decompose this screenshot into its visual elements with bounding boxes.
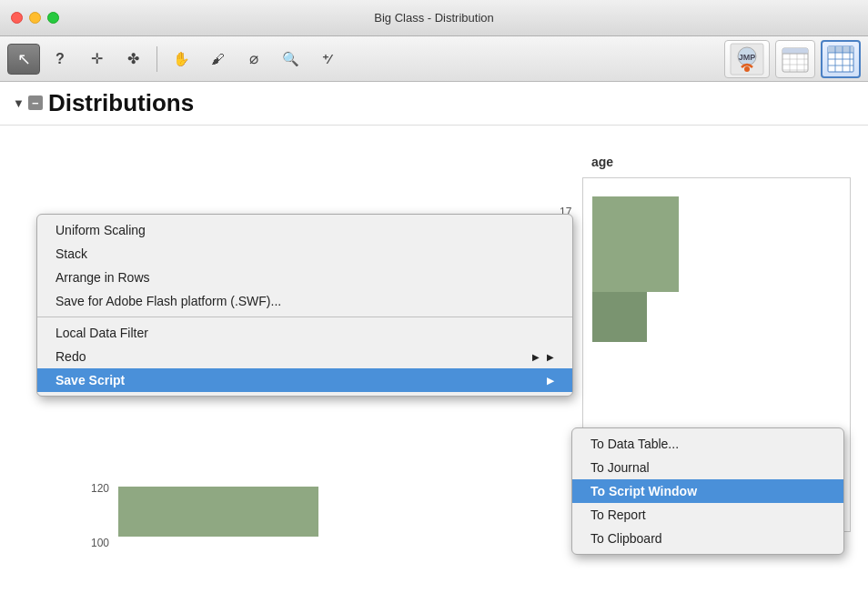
crosshair-tool-button[interactable]: ⁺⁄ — [310, 44, 343, 75]
chart-bar-1 — [592, 196, 679, 292]
submenu-item-to-journal-label: To Journal — [590, 460, 825, 475]
lasso-tool-button[interactable]: ⌀ — [237, 44, 270, 75]
toolbar-right: JMP — [724, 40, 861, 78]
submenu-arrow-redo: ▶ — [532, 352, 540, 362]
y-axis-label-120: 120 — [91, 482, 109, 495]
close-button[interactable] — [11, 12, 23, 24]
chart-bar-lower-1 — [118, 487, 318, 537]
calendar-button[interactable] — [775, 40, 815, 78]
cross-icon: ✛ — [91, 50, 103, 67]
magnifier-icon: 🔍 — [282, 51, 299, 67]
menu-item-save-adobe-label: Save for Adobe Flash platform (.SWF)... — [56, 294, 554, 308]
window-title: Big Class - Distribution — [374, 11, 494, 25]
y-axis-label-100: 100 — [91, 537, 109, 549]
menu-item-uniform-scaling[interactable]: Uniform Scaling — [37, 218, 572, 242]
minus-box-icon[interactable]: − — [28, 95, 43, 110]
table-icon — [826, 45, 855, 74]
save-script-submenu: To Data Table... To Journal To Script Wi… — [571, 427, 844, 555]
toolbar: ↖ ? ✛ ✤ ✋ 🖌 ⌀ 🔍 ⁺⁄ JMP — [0, 36, 868, 82]
toolbar-separator-1 — [156, 46, 157, 72]
svg-rect-5 — [782, 48, 808, 54]
menu-item-arrange-rows-label: Arrange in Rows — [56, 270, 554, 285]
svg-text:JMP: JMP — [739, 53, 756, 62]
menu-item-arrange-rows[interactable]: Arrange in Rows — [37, 266, 572, 289]
hand-tool-button[interactable]: ✋ — [165, 44, 197, 75]
submenu-item-to-clipboard-label: To Clipboard — [590, 531, 825, 546]
chart-bar-2 — [592, 292, 647, 342]
submenu-item-to-data-table-label: To Data Table... — [590, 437, 825, 451]
menu-item-stack[interactable]: Stack — [37, 242, 572, 266]
menu-item-save-adobe[interactable]: Save for Adobe Flash platform (.SWF)... — [37, 289, 572, 313]
calendar-icon — [781, 45, 810, 74]
menu-item-stack-label: Stack — [56, 246, 554, 261]
svg-point-3 — [744, 66, 750, 72]
menu-item-uniform-scaling-label: Uniform Scaling — [56, 223, 554, 237]
hand-icon: ✋ — [173, 51, 190, 67]
traffic-lights — [11, 12, 59, 24]
submenu-item-to-script-window[interactable]: To Script Window — [572, 479, 843, 503]
menu-item-local-data-filter[interactable]: Local Data Filter — [37, 321, 572, 345]
context-menu: Uniform Scaling Stack Arrange in Rows Sa… — [36, 214, 573, 397]
submenu-item-to-script-window-label: To Script Window — [590, 484, 825, 498]
menu-item-save-script-label: Save Script — [56, 373, 540, 387]
menu-item-redo-label: Redo — [56, 349, 525, 364]
question-tool-button[interactable]: ? — [44, 44, 76, 75]
submenu-arrow-save-script: ▶ — [547, 376, 554, 386]
cross-tool-button[interactable]: ✛ — [80, 44, 113, 75]
move-tool-button[interactable]: ✤ — [116, 44, 149, 75]
collapse-triangle[interactable]: ▼ — [13, 96, 25, 110]
arrow-tool-button[interactable]: ↖ — [7, 44, 40, 75]
distributions-header: ▼ − Distributions — [0, 82, 868, 126]
table-button[interactable] — [821, 40, 861, 78]
magnifier-tool-button[interactable]: 🔍 — [274, 44, 307, 75]
move-icon: ✤ — [127, 50, 139, 67]
fullscreen-button[interactable] — [47, 12, 59, 24]
jmp-logo-icon: JMP — [729, 42, 765, 76]
title-bar: Big Class - Distribution — [0, 0, 868, 36]
menu-separator-1 — [37, 317, 572, 317]
distributions-title: Distributions — [48, 89, 194, 117]
submenu-item-to-data-table[interactable]: To Data Table... — [572, 432, 843, 456]
menu-item-redo[interactable]: Redo ▶ — [37, 345, 572, 368]
submenu-item-to-report-label: To Report — [590, 508, 825, 522]
menu-item-local-data-filter-label: Local Data Filter — [56, 326, 554, 340]
main-content: ▼ − Distributions age 17 16 100 120 — [0, 82, 868, 593]
question-icon: ? — [56, 51, 65, 67]
crosshair-icon: ⁺⁄ — [322, 52, 330, 66]
submenu-item-to-journal[interactable]: To Journal — [572, 456, 843, 479]
brush-icon: 🖌 — [211, 51, 225, 66]
brush-tool-button[interactable]: 🖌 — [201, 44, 234, 75]
jmp-logo-button[interactable]: JMP — [724, 40, 770, 78]
lasso-icon: ⌀ — [249, 49, 258, 68]
minimize-button[interactable] — [29, 12, 41, 24]
menu-item-save-script[interactable]: Save Script ▶ — [37, 368, 572, 392]
submenu-item-to-report[interactable]: To Report — [572, 503, 843, 527]
submenu-item-to-clipboard[interactable]: To Clipboard — [572, 527, 843, 550]
arrow-icon: ↖ — [17, 49, 31, 69]
chart-age-label: age — [591, 155, 613, 169]
